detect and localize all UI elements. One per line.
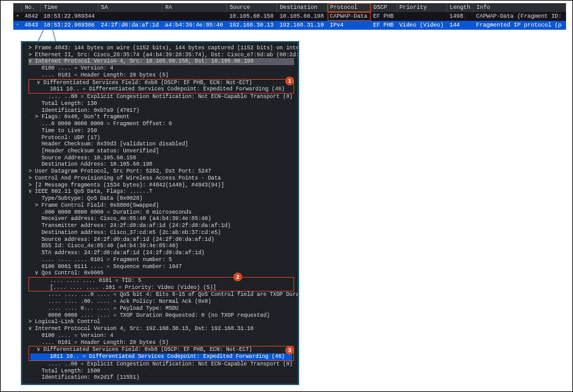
highlight-box-3: ∨ Differentiated Services Field: 0xb8 (D… xyxy=(28,346,294,360)
cell-destination: 192.168.31.10 xyxy=(277,21,328,30)
cell-length: 1498 xyxy=(447,12,474,21)
cell-destination: 10.105.60.198 xyxy=(277,12,328,21)
col-source[interactable]: Source xyxy=(226,3,277,12)
tree-row[interactable]: 0100 .... = Version: 4 xyxy=(28,65,294,72)
packet-detail-panel: > Frame 4843: 144 bytes on wire (1152 bi… xyxy=(21,41,299,385)
col-priority[interactable]: Priority xyxy=(397,3,447,12)
tree-row-selected[interactable]: 1011 10.. = Differentiated Services Code… xyxy=(30,353,292,360)
cell-source: 10.105.60.158 xyxy=(226,12,277,21)
tree-row[interactable]: BSS Id: Cisco_4e:85:40 (a4:b4:39:4e:85:4… xyxy=(28,243,294,250)
cell-no: 4842 xyxy=(22,12,41,21)
callout-2: 2 xyxy=(233,273,242,281)
highlight-box-2: .... .... .... 0101 = TID: 5 [.... .... … xyxy=(28,277,294,291)
cell-protocol: IPv4 xyxy=(328,21,371,30)
tree-row[interactable]: Time to Live: 250 xyxy=(28,128,294,135)
tree-row[interactable]: ∨ Internet Protocol Version 4, Src: 10.1… xyxy=(28,58,294,65)
tree-row[interactable]: ...0 0000 0000 0000 = Fragment Offset: 0 xyxy=(28,121,294,128)
tree-row[interactable]: .... .... ...0 .... = QoS bit 4: Bits 8-… xyxy=(28,291,294,298)
packet-row[interactable]: • 4842 10:53:22.989344 10.105.60.158 10.… xyxy=(13,12,566,21)
tree-row[interactable]: .... 0101 = Header Length: 20 bytes (5) xyxy=(28,340,294,346)
col-protocol[interactable]: Protocol xyxy=(328,3,371,12)
cell-dscp: EF PHB xyxy=(371,21,397,30)
tree-row[interactable]: Source address: 24:2f:d0:da:af:1d (24:2f… xyxy=(28,236,294,243)
tree-row[interactable]: Receiver address: Cisco_4e:85:40 (a4:b4:… xyxy=(28,216,294,223)
tree-row[interactable]: .... ..00 = Explicit Congestion Notifica… xyxy=(28,94,294,101)
tree-row[interactable]: Protocol: UDP (17) xyxy=(28,135,294,142)
cell-info: Fragmented IP protocol (p xyxy=(474,21,566,30)
tree-row[interactable]: Total Length: 1500 xyxy=(28,368,294,375)
cell-dscp: EF PHB xyxy=(371,12,397,21)
tree-row[interactable]: 1011 10.. = Differentiated Services Code… xyxy=(30,86,292,93)
tree-row[interactable]: .... .... 0... .... = Payload Type: MSDU xyxy=(28,305,294,312)
col-time[interactable]: Time xyxy=(41,3,99,12)
cell-source: 192.168.30.13 xyxy=(226,21,277,30)
tree-row[interactable]: Total Length: 130 xyxy=(28,101,294,107)
tree-row[interactable]: ∨ Qos Control: 0x0005 xyxy=(28,270,294,277)
tree-row[interactable]: .... .... .... 0101 = Fragment number: 5 xyxy=(28,257,294,264)
tree-row[interactable]: 0100 0001 0111 .... = Sequence number: 1… xyxy=(28,264,294,271)
col-bullet[interactable] xyxy=(13,3,22,12)
highlight-box-1: ∨ Differentiated Services Field: 0xb8 (D… xyxy=(28,79,294,94)
cell-info: CAPWAP-Data (Fragment ID: xyxy=(474,12,566,21)
col-no[interactable]: No. xyxy=(22,3,41,12)
tree-row[interactable]: > [2 Message fragments (1534 bytes): #48… xyxy=(28,182,294,189)
tree-row[interactable]: > Ethernet II, Src: Cisco_28:35:74 (a4:b… xyxy=(28,52,294,59)
cell-time: 10:53:22.989366 xyxy=(41,21,99,30)
tree-row[interactable]: Source Address: 10.105.60.158 xyxy=(28,155,294,162)
tree-row[interactable]: .... .... .... 0101 = TID: 5 xyxy=(30,278,292,285)
packet-row-selected[interactable]: • 4843 10:53:22.989366 24:2f:d0:da:af:1d… xyxy=(13,21,566,30)
cell-no: 4843 xyxy=(22,21,41,30)
packet-table-header: No. Time SA RA Source Destination Protoc… xyxy=(13,3,566,12)
tree-row[interactable]: 0100 .... = Version: 4 xyxy=(28,333,294,340)
cell-ra xyxy=(163,12,227,21)
cell-ra: a4:b4:39:4e:85:40 xyxy=(163,21,227,30)
tree-row[interactable]: Identification: 0x2d1f (11551) xyxy=(28,374,294,381)
tree-row[interactable]: 0000 0000 .... .... = TXOP Duration Requ… xyxy=(28,312,294,319)
col-destination[interactable]: Destination xyxy=(277,3,328,12)
row-bullet: • xyxy=(13,12,22,21)
tree-row[interactable]: Destination Address: 10.105.60.198 xyxy=(28,161,294,168)
packet-list: No. Time SA RA Source Destination Protoc… xyxy=(13,3,566,30)
tree-row[interactable]: > User Datagram Protocol, Src Port: 5262… xyxy=(28,168,294,175)
tree-row[interactable]: > Logical-Link Control xyxy=(28,319,294,326)
tree-row[interactable]: [.... .... .... .101 = Priority: Video (… xyxy=(30,285,292,291)
tree-row[interactable]: ∨ IEEE 802.11 QoS Data, Flags: ......T xyxy=(28,188,294,195)
row-bullet: • xyxy=(13,21,22,30)
cell-sa xyxy=(98,12,163,21)
col-info[interactable]: Info xyxy=(474,3,566,12)
tree-row[interactable]: Header Checksum: 0x39d3 [validation disa… xyxy=(28,141,294,148)
tree-row[interactable]: > Frame 4843: 144 bytes on wire (1152 bi… xyxy=(28,45,294,52)
callout-3: 3 xyxy=(285,346,294,355)
tree-row[interactable]: [Header checksum status: Unverified] xyxy=(28,148,294,155)
tree-row[interactable]: Transmitter address: 24:2f:d0:da:af:1d (… xyxy=(28,223,294,230)
tree-row[interactable]: .... 0101 = Header Length: 20 bytes (5) xyxy=(28,72,294,79)
tree-row[interactable]: ∨ Differentiated Services Field: 0xb8 (D… xyxy=(30,80,292,87)
col-dscp[interactable]: DSCP xyxy=(371,3,397,12)
cell-priority: Video (Video) xyxy=(397,21,447,30)
tree-row[interactable]: > Flags: 0x40, Don't fragment xyxy=(28,114,294,121)
cell-sa: 24:2f:d0:da:af:1d xyxy=(98,21,163,30)
tree-row[interactable]: .000 0000 0000 0000 = Duration: 0 micros… xyxy=(28,209,294,216)
cell-time: 10:53:22.989344 xyxy=(41,12,99,21)
col-length[interactable]: Length xyxy=(447,3,474,12)
col-sa[interactable]: SA xyxy=(98,3,163,12)
tree-row[interactable]: > Frame Control Field: 0x8800(Swapped) xyxy=(28,202,294,209)
tree-row[interactable]: > Control And Provisioning of Wireless A… xyxy=(28,175,294,182)
tree-row[interactable]: Identification: 0xb7a9 (47017) xyxy=(28,107,294,114)
col-ra[interactable]: RA xyxy=(163,3,227,12)
tree-row[interactable]: Type/Subtype: QoS Data (0x0028) xyxy=(28,195,294,202)
cell-priority xyxy=(397,12,447,21)
cell-protocol: CAPWAP-Data xyxy=(328,12,371,21)
packet-table[interactable]: No. Time SA RA Source Destination Protoc… xyxy=(13,3,566,30)
callout-1: 1 xyxy=(285,77,294,85)
cell-length: 144 xyxy=(447,21,474,30)
tree-row[interactable]: .... .... .00. .... = Ack Policy: Normal… xyxy=(28,298,294,305)
tree-row[interactable]: ∨ Differentiated Services Field: 0xb8 (D… xyxy=(30,346,292,353)
tree-row[interactable]: .... ..00 = Explicit Congestion Notifica… xyxy=(28,361,294,368)
tree-row[interactable]: STA address: 24:2f:d0:da:af:1d (24:2f:d0… xyxy=(28,250,294,257)
tree-row[interactable]: ∨ Internet Protocol Version 4, Src: 192.… xyxy=(28,326,294,333)
tree-row[interactable]: Destination address: Cisco_37:cd:e5 (2c:… xyxy=(28,230,294,236)
packet-detail-tree[interactable]: > Frame 4843: 144 bytes on wire (1152 bi… xyxy=(22,42,298,384)
